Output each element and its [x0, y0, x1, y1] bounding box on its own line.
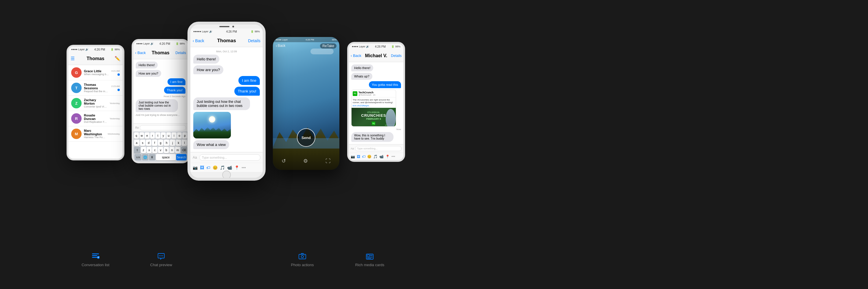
key-mic[interactable]: 🎙 — [149, 154, 155, 160]
key-j[interactable]: j — [170, 140, 175, 146]
location-icon-5[interactable]: 📍 — [385, 155, 390, 159]
nav-back-2[interactable]: ‹ Back — [135, 50, 146, 55]
bubble-sent-read: You gotta read this — [369, 81, 401, 88]
list-item[interactable]: M Marc Washington Harness The Power Of W… — [68, 126, 123, 142]
bubble-received-hello: Hello there! — [351, 65, 373, 71]
more-icon-5[interactable]: ••• — [392, 155, 395, 159]
photo-icon[interactable]: 🖼 — [200, 165, 204, 170]
home-button[interactable] — [222, 171, 231, 179]
retake-btn[interactable]: ReTake — [320, 43, 337, 48]
nav-details-2[interactable]: Details — [175, 51, 186, 55]
sticker-icon-5[interactable]: 🏷 — [362, 155, 365, 159]
bubble-received: Hello there! — [136, 62, 158, 69]
key-i[interactable]: i — [172, 132, 177, 139]
location-icon[interactable]: 📍 — [235, 165, 239, 170]
key-g[interactable]: g — [158, 140, 163, 146]
key-delete[interactable]: ⌫ — [181, 147, 187, 153]
key-a[interactable]: a — [134, 140, 140, 146]
battery-1: 🔋 98% — [111, 48, 120, 51]
input-field-5[interactable]: Type something... — [355, 146, 402, 151]
key-t[interactable]: t — [155, 132, 160, 139]
video-icon-5[interactable]: 📹 — [379, 155, 384, 159]
input-bar-3: Aa Type something... 📷 🖼 🏷 😊 🎵 📹 📍 ••• — [190, 152, 263, 172]
video-icon[interactable]: 📹 — [227, 165, 232, 170]
list-item[interactable]: Z Zachary Morton Converter Ipod Vid Taki… — [68, 96, 123, 111]
list-item[interactable]: T Thomas Sessions Pequod that the monkey… — [68, 80, 123, 96]
nav-back-5[interactable]: ‹ Back — [351, 53, 361, 58]
chat-preview-icon — [142, 253, 180, 261]
key-123[interactable]: 123 — [134, 154, 142, 160]
key-u[interactable]: u — [166, 132, 171, 139]
key-c[interactable]: c — [152, 147, 157, 153]
key-b[interactable]: b — [164, 147, 169, 153]
input-field-2[interactable] — [140, 125, 186, 130]
music-icon-5[interactable]: 🎵 — [373, 155, 378, 159]
key-d[interactable]: d — [146, 140, 151, 146]
key-f[interactable]: f — [152, 140, 157, 146]
key-e[interactable]: e — [145, 132, 150, 139]
conv-text: Zachary Morton Converter Ipod Vid Taking… — [84, 98, 107, 108]
label-chat-preview: Chat preview — [142, 253, 180, 267]
key-v[interactable]: v — [158, 147, 163, 153]
photo-icon-5[interactable]: 🖼 — [357, 155, 360, 159]
conv-preview: Harness The Power Of Words In Your... — [84, 136, 105, 139]
key-emoji[interactable]: 🌐 — [142, 154, 148, 160]
key-m[interactable]: m — [175, 147, 180, 153]
back-btn-photo[interactable]: ‹Back — [276, 43, 285, 48]
conv-text: Rosalie Duncan Dvd Replication To Profes… — [84, 114, 107, 123]
key-k[interactable]: k — [176, 140, 181, 146]
nav-details-5[interactable]: Details — [391, 54, 402, 58]
key-space[interactable]: space — [156, 154, 176, 160]
more-icon[interactable]: ••• — [242, 165, 246, 170]
nav-compose-1[interactable]: ✏️ — [115, 56, 120, 61]
chat-area-5: Hello there! Whats up? You gotta read th… — [349, 62, 403, 144]
conv-time: Yesterday — [110, 102, 120, 105]
key-x[interactable]: x — [147, 147, 152, 153]
key-n[interactable]: n — [169, 147, 175, 153]
rich-card-link[interactable]: tcm.ch/23Awym — [351, 104, 396, 108]
key-y[interactable]: y — [161, 132, 166, 139]
effects-icon[interactable]: ⚙ — [303, 158, 308, 164]
key-s[interactable]: s — [140, 140, 146, 146]
crop-icon[interactable]: ⛶ — [326, 158, 331, 164]
signal-2: ●●●● Layer 🔊 — [136, 42, 154, 45]
key-q[interactable]: q — [134, 132, 139, 139]
list-item[interactable]: G Grace Little When messaging becomes ea… — [68, 65, 123, 80]
key-p[interactable]: p — [182, 132, 187, 139]
bubble-received-whatsup: Whats up? — [351, 73, 372, 80]
search-button[interactable]: Search — [176, 154, 187, 160]
conv-time: Yesterday — [110, 117, 120, 120]
signal-3: ●●●●● Layer 🔊 — [193, 30, 212, 33]
avatar: Z — [71, 98, 82, 108]
key-r[interactable]: r — [150, 132, 155, 139]
music-icon[interactable]: 🎵 — [220, 165, 225, 170]
emoji-icon-5[interactable]: 😊 — [367, 155, 372, 159]
emoji-icon[interactable]: 😊 — [213, 165, 218, 170]
sticker-icon[interactable]: 🏷 — [206, 165, 210, 170]
send-button[interactable]: Send — [297, 128, 315, 147]
conv-preview: Converter Ipod Vid Taking Portable Vid..… — [84, 105, 107, 108]
camera-icon-5[interactable]: 📷 — [351, 155, 355, 159]
label-text-1: Conversation list — [82, 263, 110, 267]
key-l[interactable]: l — [182, 140, 187, 146]
camera-icon[interactable]: 📷 — [193, 165, 197, 170]
svg-rect-11 — [367, 255, 370, 257]
keyboard-2[interactable]: qwertyuiop asdfghjkl ⇧ zxcvbnm ⌫ 123 🌐 🎙… — [133, 132, 188, 161]
nav-bar-5: ‹ Back Michael V. Details — [349, 49, 403, 62]
key-h[interactable]: h — [164, 140, 169, 146]
nav-title-2: Thomas — [152, 50, 169, 56]
key-shift[interactable]: ⇧ — [134, 147, 140, 153]
key-o[interactable]: o — [177, 132, 182, 139]
key-z[interactable]: z — [141, 147, 146, 153]
list-item[interactable]: R Rosalie Duncan Dvd Replication To Prof… — [68, 111, 123, 126]
status-overlay: ●●●● Layer 4:26 PM 98% — [273, 37, 339, 42]
nav-details-3[interactable]: Details — [248, 38, 260, 43]
photo-full: ●●●● Layer 4:26 PM 98% ‹Back ReTake Send… — [273, 37, 339, 170]
avatar: R — [71, 113, 82, 124]
conv-text: Grace Little When messaging becomes easi… — [84, 69, 109, 76]
rotate-icon[interactable]: ↺ — [281, 158, 286, 164]
input-field-3[interactable]: Type something... — [199, 154, 260, 161]
key-w[interactable]: w — [140, 132, 144, 139]
nav-back-3[interactable]: ‹ Back — [193, 38, 204, 43]
conv-time: 2:23 AM — [112, 85, 120, 87]
